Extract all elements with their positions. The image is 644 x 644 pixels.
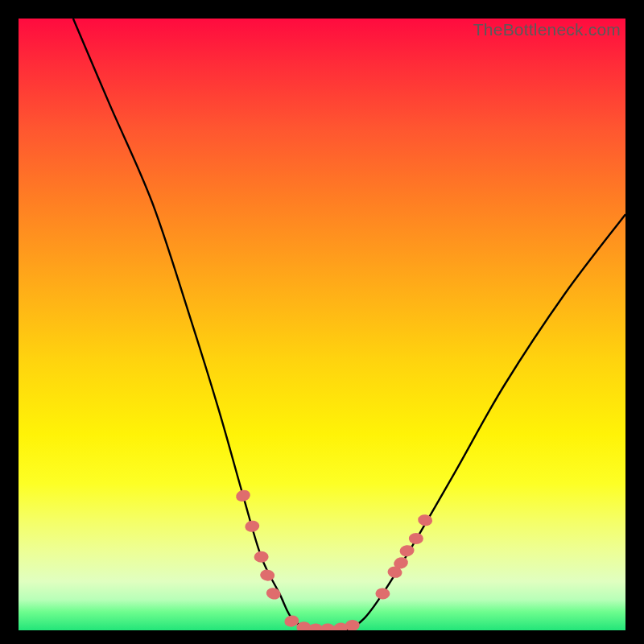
marker-point xyxy=(345,619,360,630)
chart-svg xyxy=(19,19,625,630)
marker-point xyxy=(409,533,423,544)
marker-point xyxy=(254,551,268,563)
chart-frame: TheBottleneck.com xyxy=(0,0,644,644)
marker-point xyxy=(234,489,251,503)
series-bottleneck-curve-right xyxy=(322,214,625,630)
marker-point xyxy=(244,520,260,533)
plot-area: TheBottleneck.com xyxy=(19,19,625,630)
marker-point xyxy=(375,588,390,600)
series-bottleneck-curve-left xyxy=(73,19,322,630)
marker-point xyxy=(265,587,282,601)
